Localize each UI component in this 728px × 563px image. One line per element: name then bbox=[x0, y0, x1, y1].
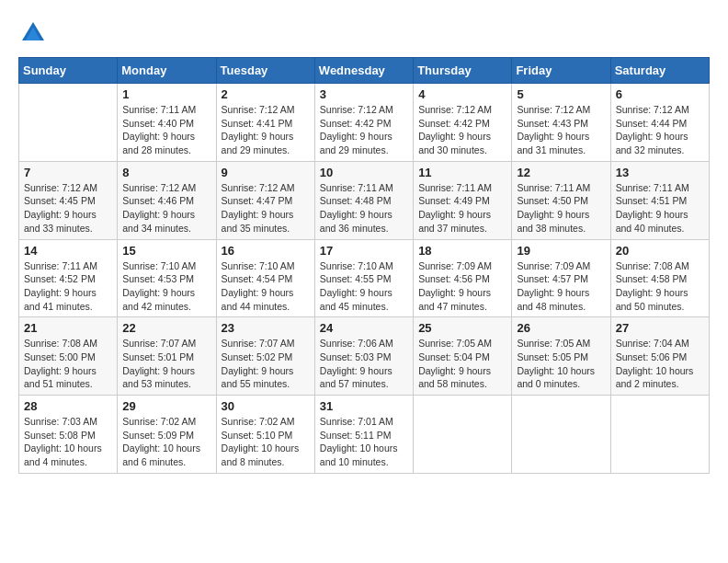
week-row-4: 28Sunrise: 7:03 AMSunset: 5:08 PMDayligh… bbox=[19, 396, 710, 474]
day-info: Sunrise: 7:10 AMSunset: 4:55 PMDaylight:… bbox=[320, 259, 408, 314]
calendar-cell: 20Sunrise: 7:08 AMSunset: 4:58 PMDayligh… bbox=[610, 239, 709, 317]
day-info: Sunrise: 7:03 AMSunset: 5:08 PMDaylight:… bbox=[24, 415, 112, 469]
header bbox=[18, 18, 710, 48]
day-info: Sunrise: 7:11 AMSunset: 4:49 PMDaylight:… bbox=[418, 181, 506, 236]
day-info: Sunrise: 7:12 AMSunset: 4:45 PMDaylight:… bbox=[24, 181, 112, 236]
weekday-row: SundayMondayTuesdayWednesdayThursdayFrid… bbox=[19, 58, 710, 84]
day-info: Sunrise: 7:06 AMSunset: 5:03 PMDaylight:… bbox=[320, 337, 408, 391]
calendar-cell: 18Sunrise: 7:09 AMSunset: 4:56 PMDayligh… bbox=[414, 239, 512, 317]
calendar-cell: 24Sunrise: 7:06 AMSunset: 5:03 PMDayligh… bbox=[314, 317, 413, 396]
day-number: 26 bbox=[517, 321, 605, 335]
calendar-cell: 10Sunrise: 7:11 AMSunset: 4:48 PMDayligh… bbox=[314, 161, 413, 239]
calendar-cell: 22Sunrise: 7:07 AMSunset: 5:01 PMDayligh… bbox=[118, 317, 216, 396]
calendar-cell: 17Sunrise: 7:10 AMSunset: 4:55 PMDayligh… bbox=[314, 239, 413, 317]
day-number: 13 bbox=[616, 166, 704, 179]
day-info: Sunrise: 7:08 AMSunset: 5:00 PMDaylight:… bbox=[24, 337, 112, 391]
calendar-cell bbox=[610, 396, 709, 474]
day-info: Sunrise: 7:10 AMSunset: 4:53 PMDaylight:… bbox=[122, 259, 210, 314]
weekday-header-tuesday: Tuesday bbox=[216, 58, 314, 84]
day-number: 17 bbox=[320, 244, 408, 258]
day-number: 4 bbox=[418, 87, 506, 101]
calendar-cell: 29Sunrise: 7:02 AMSunset: 5:09 PMDayligh… bbox=[118, 396, 216, 474]
calendar-cell: 4Sunrise: 7:12 AMSunset: 4:42 PMDaylight… bbox=[414, 84, 512, 162]
calendar-cell: 14Sunrise: 7:11 AMSunset: 4:52 PMDayligh… bbox=[19, 239, 118, 317]
day-number: 19 bbox=[517, 244, 605, 258]
calendar-cell: 23Sunrise: 7:07 AMSunset: 5:02 PMDayligh… bbox=[216, 317, 314, 396]
calendar-cell: 6Sunrise: 7:12 AMSunset: 4:44 PMDaylight… bbox=[610, 84, 709, 162]
calendar-cell: 8Sunrise: 7:12 AMSunset: 4:46 PMDaylight… bbox=[118, 161, 216, 239]
calendar-cell: 13Sunrise: 7:11 AMSunset: 4:51 PMDayligh… bbox=[610, 161, 709, 239]
day-info: Sunrise: 7:12 AMSunset: 4:46 PMDaylight:… bbox=[122, 181, 210, 236]
calendar-cell: 7Sunrise: 7:12 AMSunset: 4:45 PMDaylight… bbox=[19, 161, 118, 239]
day-number: 7 bbox=[24, 166, 112, 179]
calendar-cell: 19Sunrise: 7:09 AMSunset: 4:57 PMDayligh… bbox=[512, 239, 610, 317]
day-number: 8 bbox=[122, 166, 210, 179]
day-info: Sunrise: 7:07 AMSunset: 5:02 PMDaylight:… bbox=[222, 337, 310, 391]
day-number: 31 bbox=[320, 399, 408, 413]
weekday-header-monday: Monday bbox=[118, 58, 216, 84]
calendar-header: SundayMondayTuesdayWednesdayThursdayFrid… bbox=[19, 58, 710, 84]
calendar-cell bbox=[512, 396, 610, 474]
calendar-cell: 1Sunrise: 7:11 AMSunset: 4:40 PMDaylight… bbox=[118, 84, 216, 162]
day-number: 12 bbox=[517, 166, 605, 179]
calendar-cell: 16Sunrise: 7:10 AMSunset: 4:54 PMDayligh… bbox=[216, 239, 314, 317]
day-number: 6 bbox=[616, 87, 704, 101]
day-info: Sunrise: 7:09 AMSunset: 4:56 PMDaylight:… bbox=[418, 259, 506, 314]
day-number: 30 bbox=[222, 399, 310, 413]
day-info: Sunrise: 7:10 AMSunset: 4:54 PMDaylight:… bbox=[222, 259, 310, 314]
calendar-cell: 21Sunrise: 7:08 AMSunset: 5:00 PMDayligh… bbox=[19, 317, 118, 396]
day-info: Sunrise: 7:12 AMSunset: 4:43 PMDaylight:… bbox=[517, 103, 605, 157]
day-number: 24 bbox=[320, 321, 408, 335]
day-number: 29 bbox=[122, 399, 210, 413]
calendar-cell: 3Sunrise: 7:12 AMSunset: 4:42 PMDaylight… bbox=[314, 84, 413, 162]
logo-icon bbox=[18, 18, 48, 48]
day-info: Sunrise: 7:12 AMSunset: 4:42 PMDaylight:… bbox=[418, 103, 506, 157]
day-number: 16 bbox=[222, 244, 310, 258]
day-info: Sunrise: 7:11 AMSunset: 4:50 PMDaylight:… bbox=[517, 181, 605, 236]
day-number: 27 bbox=[616, 321, 704, 335]
day-info: Sunrise: 7:11 AMSunset: 4:40 PMDaylight:… bbox=[122, 103, 210, 157]
calendar-cell: 11Sunrise: 7:11 AMSunset: 4:49 PMDayligh… bbox=[414, 161, 512, 239]
day-number: 14 bbox=[24, 244, 112, 258]
day-info: Sunrise: 7:02 AMSunset: 5:09 PMDaylight:… bbox=[122, 415, 210, 469]
day-number: 23 bbox=[222, 321, 310, 335]
day-info: Sunrise: 7:11 AMSunset: 4:48 PMDaylight:… bbox=[320, 181, 408, 236]
calendar-cell: 27Sunrise: 7:04 AMSunset: 5:06 PMDayligh… bbox=[610, 317, 709, 396]
logo bbox=[18, 18, 51, 48]
day-info: Sunrise: 7:05 AMSunset: 5:05 PMDaylight:… bbox=[517, 337, 605, 391]
day-info: Sunrise: 7:09 AMSunset: 4:57 PMDaylight:… bbox=[517, 259, 605, 314]
day-info: Sunrise: 7:11 AMSunset: 4:51 PMDaylight:… bbox=[616, 181, 704, 236]
day-number: 21 bbox=[24, 321, 112, 335]
weekday-header-thursday: Thursday bbox=[414, 58, 512, 84]
day-info: Sunrise: 7:12 AMSunset: 4:44 PMDaylight:… bbox=[616, 103, 704, 157]
day-info: Sunrise: 7:12 AMSunset: 4:47 PMDaylight:… bbox=[222, 181, 310, 236]
week-row-2: 14Sunrise: 7:11 AMSunset: 4:52 PMDayligh… bbox=[19, 239, 710, 317]
week-row-0: 1Sunrise: 7:11 AMSunset: 4:40 PMDaylight… bbox=[19, 84, 710, 162]
week-row-3: 21Sunrise: 7:08 AMSunset: 5:00 PMDayligh… bbox=[19, 317, 710, 396]
day-info: Sunrise: 7:02 AMSunset: 5:10 PMDaylight:… bbox=[222, 415, 310, 469]
day-number: 3 bbox=[320, 87, 408, 101]
day-number: 9 bbox=[222, 166, 310, 179]
calendar-cell: 2Sunrise: 7:12 AMSunset: 4:41 PMDaylight… bbox=[216, 84, 314, 162]
day-number: 10 bbox=[320, 166, 408, 179]
calendar-body: 1Sunrise: 7:11 AMSunset: 4:40 PMDaylight… bbox=[19, 84, 710, 474]
day-number: 25 bbox=[418, 321, 506, 335]
week-row-1: 7Sunrise: 7:12 AMSunset: 4:45 PMDaylight… bbox=[19, 161, 710, 239]
calendar-cell: 25Sunrise: 7:05 AMSunset: 5:04 PMDayligh… bbox=[414, 317, 512, 396]
calendar-cell: 12Sunrise: 7:11 AMSunset: 4:50 PMDayligh… bbox=[512, 161, 610, 239]
day-number: 20 bbox=[616, 244, 704, 258]
calendar-cell bbox=[414, 396, 512, 474]
calendar-cell: 9Sunrise: 7:12 AMSunset: 4:47 PMDaylight… bbox=[216, 161, 314, 239]
day-info: Sunrise: 7:12 AMSunset: 4:42 PMDaylight:… bbox=[320, 103, 408, 157]
day-info: Sunrise: 7:04 AMSunset: 5:06 PMDaylight:… bbox=[616, 337, 704, 391]
day-info: Sunrise: 7:01 AMSunset: 5:11 PMDaylight:… bbox=[320, 415, 408, 469]
weekday-header-wednesday: Wednesday bbox=[314, 58, 413, 84]
day-number: 1 bbox=[122, 87, 210, 101]
day-number: 22 bbox=[122, 321, 210, 335]
day-number: 15 bbox=[122, 244, 210, 258]
day-info: Sunrise: 7:08 AMSunset: 4:58 PMDaylight:… bbox=[616, 259, 704, 314]
calendar-cell: 5Sunrise: 7:12 AMSunset: 4:43 PMDaylight… bbox=[512, 84, 610, 162]
day-number: 18 bbox=[418, 244, 506, 258]
day-info: Sunrise: 7:11 AMSunset: 4:52 PMDaylight:… bbox=[24, 259, 112, 314]
day-number: 5 bbox=[517, 87, 605, 101]
